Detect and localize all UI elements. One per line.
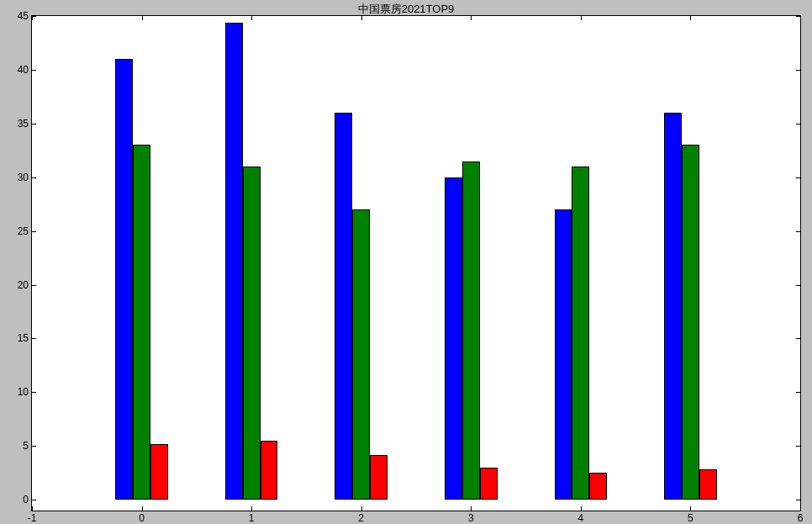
x-tick-mark <box>142 506 143 511</box>
y-tick-label: 15 <box>3 332 29 344</box>
bar-red <box>699 469 717 500</box>
bar-blue <box>335 113 352 500</box>
y-tick-mark <box>796 285 800 286</box>
y-tick-mark <box>32 338 36 339</box>
bar-blue <box>225 23 243 500</box>
y-tick-label: 30 <box>3 172 29 183</box>
bar-red <box>370 455 388 500</box>
bar-green <box>462 161 480 500</box>
bar-green <box>133 145 150 500</box>
y-tick-mark <box>796 231 800 232</box>
x-tick-mark <box>251 16 252 20</box>
bar-blue <box>664 113 682 500</box>
bar-red <box>480 468 498 500</box>
x-tick-label: 6 <box>798 512 804 524</box>
bar-green <box>572 167 589 500</box>
y-tick-mark <box>796 500 800 500</box>
x-tick-mark <box>800 506 801 511</box>
y-tick-label: 35 <box>3 118 29 130</box>
y-tick-mark <box>32 231 36 232</box>
x-tick-label: 1 <box>249 512 255 524</box>
x-tick-mark <box>471 16 472 20</box>
y-tick-mark <box>32 285 36 286</box>
x-tick-label: 0 <box>139 512 145 524</box>
x-tick-label: -1 <box>28 512 37 524</box>
y-tick-mark <box>32 392 36 393</box>
x-tick-mark <box>690 506 691 511</box>
bar-red <box>150 444 168 500</box>
y-tick-mark <box>796 70 800 71</box>
x-tick-mark <box>581 506 582 511</box>
figure: 中国票房2021TOP9 051015202530354045-10123456 <box>0 0 812 524</box>
x-tick-mark <box>800 16 801 20</box>
y-tick-mark <box>32 500 36 500</box>
bar-red <box>589 473 607 500</box>
x-tick-mark <box>361 16 362 20</box>
x-tick-label: 3 <box>468 512 474 524</box>
plot-area <box>31 15 801 511</box>
y-tick-mark <box>32 124 36 124</box>
y-tick-mark <box>32 446 36 447</box>
x-tick-mark <box>32 506 33 511</box>
x-tick-mark <box>32 16 33 20</box>
x-tick-label: 4 <box>578 512 584 524</box>
bar-blue <box>445 177 462 500</box>
y-tick-mark <box>32 70 36 71</box>
y-tick-label: 25 <box>3 225 29 237</box>
y-tick-mark <box>796 392 800 393</box>
y-tick-label: 10 <box>3 386 29 398</box>
bar-red <box>261 441 278 500</box>
y-tick-label: 45 <box>3 10 29 22</box>
x-tick-mark <box>690 16 691 20</box>
x-tick-mark <box>581 16 582 20</box>
y-tick-mark <box>796 338 800 339</box>
bar-green <box>243 167 261 500</box>
y-tick-label: 5 <box>3 440 29 452</box>
x-tick-mark <box>471 506 472 511</box>
y-tick-label: 40 <box>3 64 29 76</box>
y-tick-label: 20 <box>3 279 29 291</box>
bar-green <box>682 145 699 500</box>
x-tick-label: 5 <box>688 512 693 524</box>
y-tick-label: 0 <box>3 494 29 505</box>
y-tick-mark <box>796 177 800 178</box>
x-tick-label: 2 <box>358 512 364 524</box>
x-tick-mark <box>142 16 143 20</box>
bar-green <box>352 209 370 500</box>
x-tick-mark <box>251 506 252 511</box>
bar-blue <box>115 59 133 500</box>
y-tick-mark <box>796 446 800 447</box>
y-tick-mark <box>796 124 800 124</box>
x-tick-mark <box>361 506 362 511</box>
bar-blue <box>555 209 572 500</box>
y-tick-mark <box>32 177 36 178</box>
